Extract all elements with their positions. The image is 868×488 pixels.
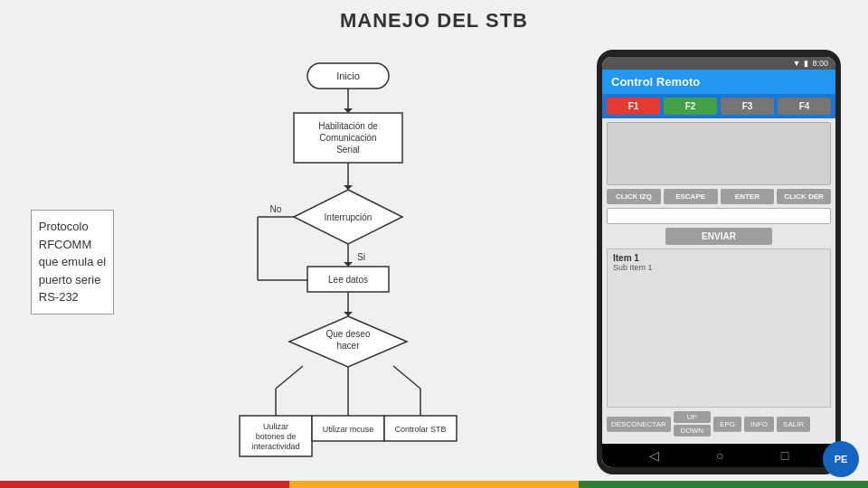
item-subtitle: Sub Item 1 (613, 263, 825, 272)
phone-screen: ▼ ▮ 8:00 Control Remoto F1 F2 F3 F4 (602, 57, 835, 467)
function-buttons-row: F1 F2 F3 F4 (602, 94, 835, 118)
screen-content: CLICK IZQ ESCAPE ENTER CLICK DER ENVIAR … (602, 118, 835, 444)
logo: PE (823, 441, 859, 477)
home-nav-icon[interactable]: ○ (716, 448, 723, 463)
text-input-field[interactable] (607, 208, 831, 224)
flowchart-svg: Inicio Habilitación de Comunicación Seri… (203, 54, 511, 470)
up-down-column: UP DOWN (674, 411, 711, 436)
bar-green (579, 481, 868, 488)
app-bar: Control Remoto (602, 70, 835, 94)
svg-text:Inicio: Inicio (336, 70, 360, 81)
f4-button[interactable]: F4 (778, 98, 831, 115)
bottom-controls: DESCONECTAR UP DOWN EPG INFO SALIR (607, 411, 831, 436)
bottom-bar (0, 481, 868, 488)
left-panel: ProtocoloRFCOMMque emula elpuerto serieR… (18, 40, 127, 484)
svg-text:Controlar STB: Controlar STB (394, 425, 446, 434)
svg-text:Habilitación de: Habilitación de (318, 121, 378, 131)
back-nav-icon[interactable]: ◁ (649, 448, 659, 463)
svg-text:botones de: botones de (256, 432, 297, 441)
svg-text:Serial: Serial (336, 145, 360, 155)
enter-button[interactable]: ENTER (721, 189, 775, 204)
item-area: Item 1 Sub Item 1 (607, 249, 831, 408)
nav-buttons-row: CLICK IZQ ESCAPE ENTER CLICK DER (607, 189, 831, 204)
bar-red (0, 481, 289, 488)
svg-text:Que deseo: Que deseo (326, 329, 371, 339)
svg-text:hacer: hacer (336, 341, 360, 351)
escape-button[interactable]: ESCAPE (664, 189, 718, 204)
protocol-description: ProtocoloRFCOMMque emula elpuerto serieR… (31, 210, 114, 314)
svg-text:Uulizar: Uulizar (263, 422, 288, 431)
svg-line-36 (393, 366, 420, 389)
svg-text:No: No (270, 204, 282, 214)
f2-button[interactable]: F2 (664, 98, 717, 115)
app-title: Control Remoto (611, 75, 700, 89)
down-button[interactable]: DOWN (674, 425, 711, 436)
svg-text:Interrupción: Interrupción (325, 212, 373, 222)
svg-text:Comunicación: Comunicación (319, 133, 376, 143)
enviar-button[interactable]: ENVIAR (665, 228, 772, 245)
f1-button[interactable]: F1 (607, 98, 660, 115)
main-content: ProtocoloRFCOMMque emula elpuerto serieR… (0, 40, 868, 484)
item-title: Item 1 (613, 253, 825, 263)
display-area (607, 122, 831, 185)
svg-text:Utilizar mcuse: Utilizar mcuse (323, 425, 374, 434)
epg-button[interactable]: EPG (713, 417, 741, 432)
f3-button[interactable]: F3 (721, 98, 774, 115)
up-button[interactable]: UP (674, 411, 711, 423)
bar-yellow (289, 481, 579, 488)
android-nav: ◁ ○ □ (602, 444, 835, 467)
info-button[interactable]: INFO (744, 417, 774, 432)
click-izq-button[interactable]: CLICK IZQ (607, 189, 661, 204)
page-title: MANEJO DEL STB (0, 0, 868, 40)
flowchart-panel: Inicio Habilitación de Comunicación Seri… (127, 40, 588, 484)
desconectar-button[interactable]: DESCONECTAR (607, 417, 671, 432)
svg-text:interactividad: interactividad (251, 442, 299, 451)
status-bar: ▼ ▮ 8:00 (602, 57, 835, 70)
svg-text:Lee datos: Lee datos (328, 275, 368, 285)
salir-button[interactable]: SALIR (777, 417, 810, 432)
phone-panel: ▼ ▮ 8:00 Control Remoto F1 F2 F3 F4 (588, 40, 850, 484)
click-der-button[interactable]: CLICK DER (777, 189, 831, 204)
recent-nav-icon[interactable]: □ (781, 448, 788, 463)
clock: 8:00 (812, 59, 828, 68)
logo-area: PE (823, 441, 859, 477)
phone-device: ▼ ▮ 8:00 Control Remoto F1 F2 F3 F4 (597, 50, 841, 474)
battery-icon: ▮ (804, 59, 808, 68)
svg-text:Si: Si (357, 252, 365, 262)
enviar-row: ENVIAR (607, 228, 831, 245)
wifi-icon: ▼ (793, 59, 801, 68)
svg-line-27 (276, 366, 303, 389)
